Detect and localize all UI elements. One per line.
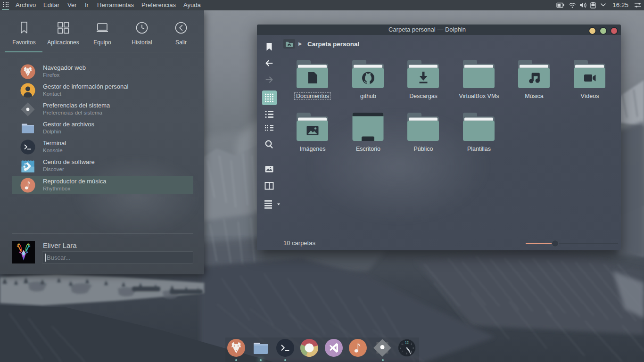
svg-text:12: 12: [405, 341, 409, 344]
svg-text:11: 11: [401, 343, 404, 345]
